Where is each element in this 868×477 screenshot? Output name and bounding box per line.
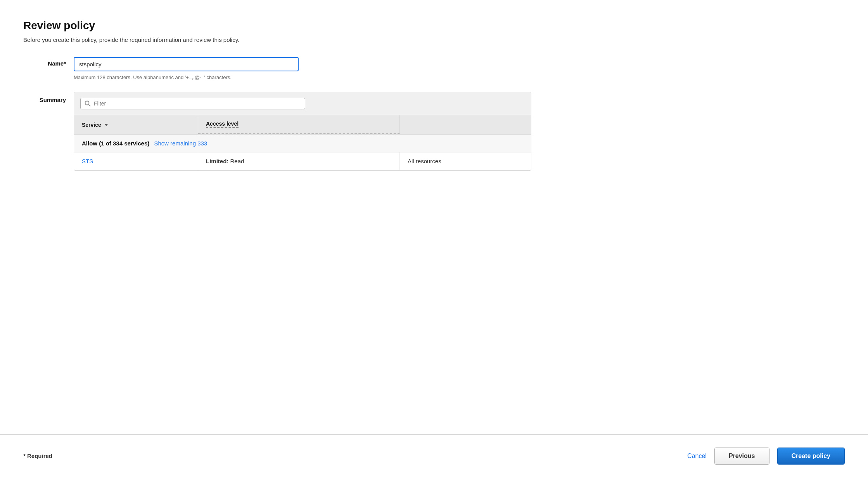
- sts-service-link[interactable]: STS: [82, 158, 93, 164]
- summary-panel: Service Access level Allow (1 of 334 ser…: [74, 92, 531, 171]
- name-input[interactable]: [74, 57, 299, 71]
- table-header: Service Access level: [74, 115, 531, 135]
- col-header-access: Access level: [198, 115, 400, 134]
- col-header-resource: [400, 115, 531, 134]
- name-label: Name*: [23, 57, 74, 67]
- bottom-actions: Cancel Previous Create policy: [687, 448, 845, 465]
- filter-bar: [74, 92, 531, 115]
- td-access: Limited: Read: [198, 152, 400, 170]
- show-remaining-link[interactable]: Show remaining 333: [154, 140, 207, 147]
- summary-form-row: Summary Service Access l: [23, 92, 845, 171]
- td-resource: All resources: [400, 152, 531, 170]
- sort-chevron-icon: [104, 124, 108, 126]
- svg-point-0: [85, 101, 89, 105]
- summary-label: Summary: [23, 92, 74, 103]
- required-note: * Required: [23, 453, 687, 459]
- cancel-link[interactable]: Cancel: [687, 453, 707, 460]
- previous-button[interactable]: Previous: [714, 448, 769, 465]
- filter-input-wrap[interactable]: [80, 98, 305, 109]
- page-title: Review policy: [23, 19, 845, 32]
- access-level-rest: Read: [228, 158, 244, 164]
- svg-line-1: [89, 105, 91, 107]
- allow-text: Allow (1 of 334 services): [82, 140, 149, 147]
- access-level-bold: Limited:: [206, 158, 228, 164]
- create-policy-button[interactable]: Create policy: [777, 448, 845, 465]
- allow-row: Allow (1 of 334 services) Show remaining…: [74, 135, 531, 152]
- name-form-row: Name* Maximum 128 characters. Use alphan…: [23, 57, 845, 80]
- filter-input[interactable]: [94, 100, 301, 107]
- td-service: STS: [74, 152, 198, 170]
- bottom-bar: * Required Cancel Previous Create policy: [0, 434, 868, 477]
- col-header-service[interactable]: Service: [74, 115, 198, 134]
- search-icon: [85, 100, 91, 107]
- page-subtitle: Before you create this policy, provide t…: [23, 36, 845, 43]
- name-hint: Maximum 128 characters. Use alphanumeric…: [74, 74, 299, 80]
- table-row: STS Limited: Read All resources: [74, 152, 531, 170]
